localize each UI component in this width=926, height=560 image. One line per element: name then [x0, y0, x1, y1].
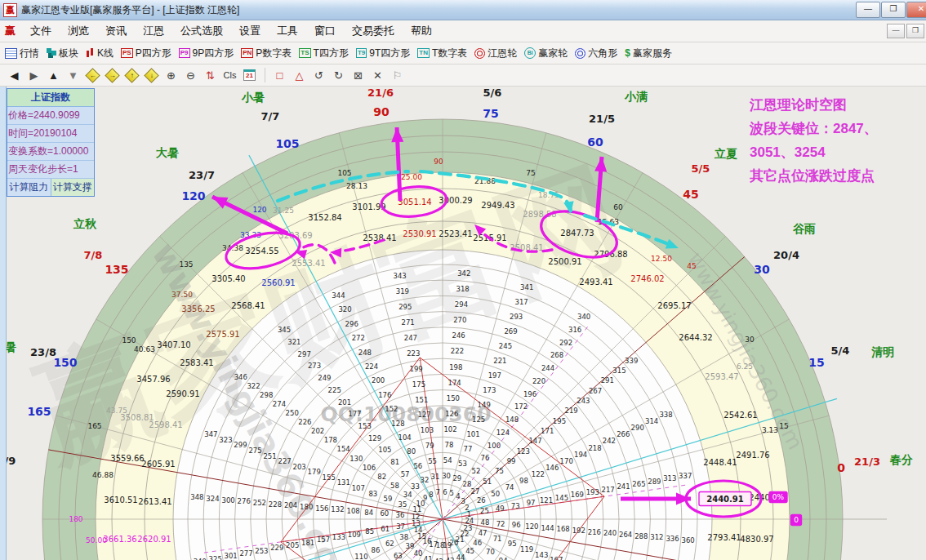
svg-text:2560.91: 2560.91: [261, 278, 295, 287]
svg-text:2500.91: 2500.91: [548, 257, 581, 266]
svg-text:154: 154: [336, 445, 349, 453]
svg-text:109: 109: [348, 531, 361, 539]
menu-帮助[interactable]: 帮助: [403, 22, 440, 39]
svg-text:204: 204: [284, 501, 297, 509]
toolbar-candlestick-icon[interactable]: K线: [86, 47, 114, 60]
toolbar-quotes-grid-icon[interactable]: 行情: [5, 47, 39, 60]
close-button[interactable]: ✕: [906, 2, 926, 18]
svg-text:36: 36: [396, 511, 405, 519]
menu-交易委托[interactable]: 交易委托: [344, 22, 403, 39]
svg-text:78: 78: [444, 441, 453, 449]
pan-left-icon[interactable]: ←: [83, 67, 102, 84]
toolbar-p-square-icon[interactable]: PSP四方形: [121, 47, 171, 60]
box-x-icon[interactable]: ⊠: [349, 67, 367, 84]
menu-文件[interactable]: 文件: [22, 22, 60, 39]
down-pointer-icon[interactable]: ▼: [64, 67, 82, 84]
svg-text:5/5: 5/5: [692, 162, 710, 175]
svg-text:153: 153: [358, 422, 372, 430]
cls-button[interactable]: Cls: [220, 67, 239, 84]
toolbar-service-icon[interactable]: $赢家服务: [625, 47, 672, 60]
toolbar-gann-wheel-icon[interactable]: 江恩轮: [474, 47, 517, 60]
pan-right-icon[interactable]: →: [103, 67, 122, 84]
svg-text:135: 135: [179, 260, 193, 269]
toolbar-9t-square-icon[interactable]: T99T四方形: [356, 47, 410, 60]
updown-arrows-icon[interactable]: ⇅: [201, 67, 220, 84]
menu-公式选股[interactable]: 公式选股: [172, 22, 231, 39]
toolbar-blocks-icon[interactable]: 板块: [47, 47, 78, 60]
triangle-tool-icon[interactable]: △: [290, 67, 309, 84]
svg-text:195: 195: [553, 417, 566, 425]
toolbar-label: 板块: [59, 47, 78, 60]
calc-support-button[interactable]: 计算支撑: [51, 179, 95, 196]
svg-text:104: 104: [398, 433, 411, 442]
svg-text:223: 223: [407, 349, 420, 358]
toolbar-hexagon-icon[interactable]: 六角形: [575, 47, 617, 60]
svg-text:33: 33: [411, 482, 420, 491]
svg-text:2593.47: 2593.47: [705, 372, 738, 381]
menu-江恩[interactable]: 江恩: [135, 22, 172, 39]
rotate-cw-icon[interactable]: ↻: [329, 67, 348, 84]
svg-text:218: 218: [588, 444, 601, 452]
maximize-button[interactable]: ❐: [881, 2, 906, 18]
svg-text:3356.25: 3356.25: [181, 304, 215, 313]
svg-text:152: 152: [385, 405, 398, 413]
svg-text:227: 227: [278, 457, 291, 465]
toolbar-p-table-icon[interactable]: PNP数字表: [241, 47, 292, 60]
toolbar-9p-square-icon[interactable]: P99P四方形: [179, 47, 234, 60]
title-bar[interactable]: 赢 赢家江恩专业版[赢家服务平台] - [上证指数 江恩轮] — ❐ ✕: [0, 0, 926, 20]
svg-text:343: 343: [393, 272, 406, 280]
pan-down-icon[interactable]: ↓: [142, 67, 161, 84]
svg-text:23/8: 23/8: [30, 346, 56, 358]
svg-text:80: 80: [407, 447, 416, 456]
mdi-window-button[interactable]: ❐: [906, 24, 924, 38]
svg-text:288: 288: [634, 532, 648, 540]
toolbar-winner-wheel-icon[interactable]: Bi赢家轮: [524, 47, 568, 60]
svg-text:85: 85: [365, 527, 374, 536]
zoom-in-icon[interactable]: ⊕: [162, 67, 180, 84]
calendar-icon[interactable]: 21: [240, 67, 259, 84]
menu-窗口[interactable]: 窗口: [306, 22, 344, 39]
svg-text:2746.02: 2746.02: [630, 274, 664, 283]
back-icon[interactable]: ◀: [5, 67, 24, 84]
svg-text:3: 3: [461, 497, 465, 505]
flag-tool-icon[interactable]: ⚐: [388, 67, 407, 84]
mdi-window-button[interactable]: —: [887, 24, 905, 38]
menu-设置[interactable]: 设置: [231, 22, 269, 39]
menu-资讯[interactable]: 资讯: [97, 22, 135, 39]
svg-text:2493.41: 2493.41: [579, 278, 612, 287]
svg-text:133: 133: [332, 533, 345, 541]
minimize-button[interactable]: —: [856, 2, 880, 18]
forward-icon[interactable]: ▶: [24, 67, 43, 84]
svg-text:289: 289: [648, 478, 661, 486]
cross-arrows-icon[interactable]: ✕: [368, 67, 387, 84]
rotate-ccw-icon[interactable]: ↺: [309, 67, 328, 84]
svg-text:2620.91: 2620.91: [137, 535, 171, 544]
svg-text:57: 57: [401, 470, 410, 478]
svg-text:清明: 清明: [871, 345, 894, 358]
svg-text:338: 338: [659, 411, 672, 419]
up-pointer-icon[interactable]: ▲: [44, 67, 63, 84]
gann-annotation-text: 江恩理论时空图 波段关键位：2847、 3051、3254 其它点位涨跌过度点: [750, 93, 878, 188]
menu-工具[interactable]: 工具: [269, 22, 306, 39]
svg-text:2613.41: 2613.41: [138, 497, 171, 506]
left-panel-strip[interactable]: [0, 87, 7, 560]
svg-text:242: 242: [603, 437, 616, 445]
svg-text:132: 132: [331, 505, 344, 513]
toolbar-t-table-icon[interactable]: TNT数字表: [417, 47, 467, 60]
svg-text:26: 26: [477, 496, 486, 504]
svg-text:196: 196: [523, 390, 536, 398]
svg-text:20/4: 20/4: [773, 249, 799, 261]
svg-text:59: 59: [383, 495, 392, 503]
svg-text:144: 144: [541, 524, 554, 532]
toolbar-label: K线: [97, 47, 114, 60]
pan-up-icon[interactable]: ↑: [122, 67, 141, 84]
svg-text:2448.41: 2448.41: [703, 458, 737, 467]
toolbar-t-square-icon[interactable]: TST四方形: [299, 47, 349, 60]
calc-resistance-button[interactable]: 计算阻力: [7, 179, 51, 196]
square-tool-icon[interactable]: □: [270, 67, 289, 84]
svg-text:82: 82: [377, 473, 386, 481]
menu-浏览[interactable]: 浏览: [60, 22, 97, 39]
zoom-out-icon[interactable]: ⊖: [181, 67, 200, 84]
svg-text:3254.55: 3254.55: [245, 247, 278, 256]
svg-text:150: 150: [53, 356, 77, 369]
